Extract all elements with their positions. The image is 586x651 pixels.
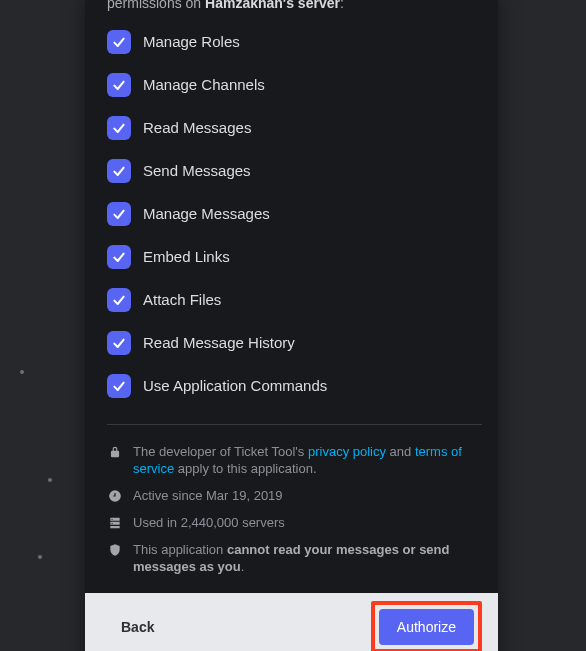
info-row-active: Active since Mar 19, 2019 [107, 487, 482, 504]
permission-label: Manage Roles [143, 33, 240, 51]
permissions-list: Manage RolesManage ChannelsRead Messages… [107, 30, 482, 398]
permissions-intro: permissions on Hamzakhan's server: [107, 0, 482, 12]
permission-row: Manage Channels [107, 73, 482, 97]
permission-label: Manage Channels [143, 76, 265, 94]
divider [107, 424, 482, 425]
permission-row: Manage Messages [107, 202, 482, 226]
info-row-shield: This application cannot read your messag… [107, 541, 482, 575]
permission-row: Read Message History [107, 331, 482, 355]
permission-label: Read Messages [143, 119, 251, 137]
check-icon [111, 77, 127, 93]
bg-dot [48, 478, 52, 482]
permission-label: Read Message History [143, 334, 295, 352]
permission-label: Manage Messages [143, 205, 270, 223]
dialog-footer: Back Authorize [85, 593, 498, 651]
permission-label: Send Messages [143, 162, 251, 180]
permission-row: Send Messages [107, 159, 482, 183]
permission-checkbox[interactable] [107, 331, 131, 355]
permission-label: Use Application Commands [143, 377, 327, 395]
info-row-developer: The developer of Ticket Tool's privacy p… [107, 443, 482, 477]
check-icon [111, 292, 127, 308]
check-icon [111, 120, 127, 136]
permission-label: Embed Links [143, 248, 230, 266]
permission-checkbox[interactable] [107, 30, 131, 54]
permission-checkbox[interactable] [107, 159, 131, 183]
permission-row: Manage Roles [107, 30, 482, 54]
check-icon [111, 163, 127, 179]
permission-label: Attach Files [143, 291, 221, 309]
check-icon [111, 249, 127, 265]
check-icon [111, 34, 127, 50]
permission-checkbox[interactable] [107, 374, 131, 398]
authorize-highlight: Authorize [371, 601, 482, 652]
check-icon [111, 206, 127, 222]
permission-row: Embed Links [107, 245, 482, 269]
info-row-used: Used in 2,440,000 servers [107, 514, 482, 531]
permission-checkbox[interactable] [107, 288, 131, 312]
check-icon [111, 378, 127, 394]
permission-row: Read Messages [107, 116, 482, 140]
permission-checkbox[interactable] [107, 116, 131, 140]
back-button[interactable]: Back [111, 611, 164, 643]
permission-row: Attach Files [107, 288, 482, 312]
permission-row: Use Application Commands [107, 374, 482, 398]
bg-dot [20, 370, 24, 374]
shield-icon [107, 542, 123, 558]
permission-checkbox[interactable] [107, 202, 131, 226]
servers-icon [107, 515, 123, 531]
server-name: Hamzakhan's server [205, 0, 340, 11]
privacy-policy-link[interactable]: privacy policy [308, 444, 386, 459]
clock-icon [107, 488, 123, 504]
check-icon [111, 335, 127, 351]
bg-dot [38, 555, 42, 559]
intro-prefix: permissions on [107, 0, 205, 11]
lock-icon [107, 444, 123, 460]
permission-checkbox[interactable] [107, 245, 131, 269]
intro-suffix: : [340, 0, 344, 11]
info-block: The developer of Ticket Tool's privacy p… [107, 443, 482, 575]
info-developer-text: The developer of Ticket Tool's privacy p… [133, 443, 482, 477]
info-used-text: Used in 2,440,000 servers [133, 514, 285, 531]
permission-checkbox[interactable] [107, 73, 131, 97]
info-shield-text: This application cannot read your messag… [133, 541, 482, 575]
oauth-dialog: permissions on Hamzakhan's server: Manag… [85, 0, 498, 651]
info-active-text: Active since Mar 19, 2019 [133, 487, 283, 504]
authorize-button[interactable]: Authorize [379, 609, 474, 645]
